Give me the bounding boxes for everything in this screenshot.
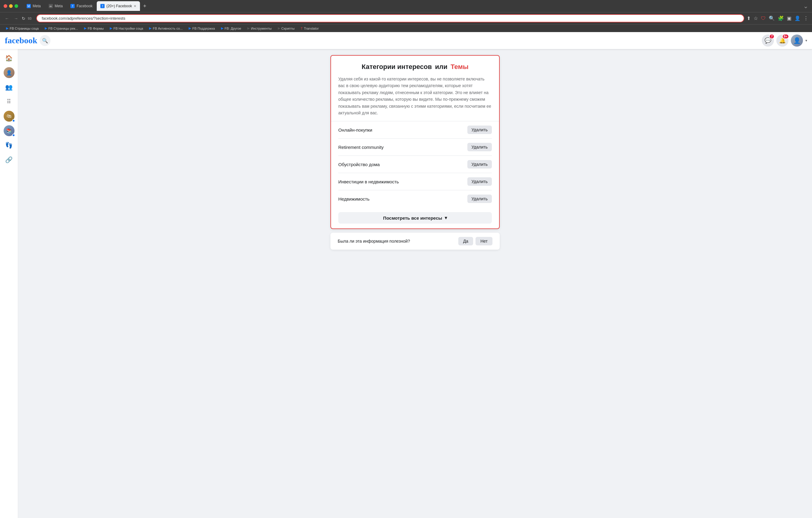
view-all-interests-button[interactable]: Посмотреть все интересы ▾ bbox=[338, 212, 492, 224]
feedback-no-button[interactable]: Нет bbox=[475, 237, 492, 245]
tab-favicon-2: ∞ bbox=[49, 4, 53, 8]
fb-body: 🏠 👤 👥 ⠿ 🛍 📚 👣 🔗 bbox=[0, 49, 812, 518]
address-bar[interactable] bbox=[36, 14, 744, 22]
nav-count: 93 bbox=[28, 17, 34, 20]
search-icon: 🔍 bbox=[42, 38, 48, 44]
bookmark-favicon-5: ▶ bbox=[149, 26, 151, 30]
bookmark-icon[interactable]: ☆ bbox=[754, 16, 758, 21]
messenger-button[interactable]: 💬 7 bbox=[762, 34, 774, 47]
card-description: Удаляя себя из какой-то категории интере… bbox=[331, 76, 499, 121]
tab-bar: M Meta ∞ Meta f Facebook f (20+) Faceboo… bbox=[23, 1, 799, 11]
sidebar-item-home[interactable]: 🏠 bbox=[2, 51, 16, 65]
fb-sidebar: 🏠 👤 👥 ⠿ 🛍 📚 👣 🔗 bbox=[0, 49, 18, 518]
tab-close-button[interactable]: ✕ bbox=[134, 4, 136, 8]
card-title-separator: или bbox=[435, 63, 447, 71]
bookmark-fb-pages-ads[interactable]: ▶ FB Страницы рек... bbox=[42, 26, 80, 31]
back-button[interactable]: ← bbox=[4, 16, 10, 22]
feedback-bar: Была ли эта информация полезной? Да Нет bbox=[330, 233, 500, 250]
forward-button[interactable]: → bbox=[13, 16, 19, 22]
maximize-window-button[interactable] bbox=[14, 4, 18, 8]
feedback-yes-button[interactable]: Да bbox=[458, 237, 473, 245]
bookmark-favicon-10: T bbox=[300, 27, 302, 30]
browser-tab-1[interactable]: M Meta bbox=[23, 1, 45, 11]
remove-button-1[interactable]: Удалить bbox=[467, 126, 492, 134]
notifications-button[interactable]: 🔔 9+ bbox=[776, 34, 788, 47]
card-title: Категории интересов bbox=[361, 63, 432, 71]
browser-actions: ⬆ ☆ 🛡 🔍 🧩 ▣ 👤 ⋮ bbox=[747, 16, 808, 21]
bookmark-label-3: FB Формы bbox=[88, 27, 104, 30]
bookmark-favicon-6: ▶ bbox=[188, 26, 191, 30]
more-menu-icon[interactable]: ⋮ bbox=[804, 16, 808, 21]
fb-search-button[interactable]: 🔍 bbox=[39, 35, 51, 46]
interest-item-4: Инвестиции в недвижимость Удалить bbox=[338, 173, 492, 190]
profile-icon[interactable]: 👤 bbox=[794, 16, 801, 21]
bookmark-fb-support[interactable]: ▶ FB Поддержка bbox=[186, 26, 218, 31]
facebook-logo: facebook bbox=[5, 36, 37, 45]
interest-item-1: Онлайн-покупки Удалить bbox=[338, 121, 492, 139]
interest-name-5: Недвижимость bbox=[338, 196, 370, 201]
close-window-button[interactable] bbox=[4, 4, 7, 8]
tab-favicon-1: M bbox=[27, 4, 31, 8]
bookmark-fb-activity[interactable]: ▶ FB Активность со... bbox=[147, 26, 185, 31]
bookmark-favicon-8: ▶ bbox=[247, 26, 250, 30]
bookmark-label-5: FB Активность со... bbox=[153, 27, 182, 30]
window-minimize-icon[interactable]: ⌄ bbox=[803, 2, 808, 10]
minimize-window-button[interactable] bbox=[9, 4, 13, 8]
bookmark-favicon-7: ▶ bbox=[221, 26, 224, 30]
sidebar-item-people[interactable]: 👣 bbox=[2, 139, 16, 152]
remove-button-5[interactable]: Удалить bbox=[467, 195, 492, 203]
interest-name-1: Онлайн-покупки bbox=[338, 127, 372, 133]
bookmark-favicon-4: ▶ bbox=[110, 26, 112, 30]
sidebar-item-marketplace[interactable]: 🛍 bbox=[2, 110, 16, 123]
window-split-icon[interactable]: ▣ bbox=[787, 16, 791, 21]
facebook-app: facebook 🔍 💬 7 🔔 9+ 👤 ▾ 🏠 bbox=[0, 32, 812, 518]
user-avatar-header[interactable]: 👤 bbox=[791, 34, 803, 47]
bookmark-fb-forms[interactable]: ▶ FB Формы bbox=[82, 26, 106, 31]
tab-label-2: Meta bbox=[55, 4, 63, 8]
bookmark-translator[interactable]: T Translator bbox=[298, 26, 321, 31]
browser-tab-4-active[interactable]: f (20+) Facebook ✕ bbox=[97, 1, 140, 11]
interests-card: Категории интересов или Темы Удаляя себя… bbox=[330, 55, 500, 229]
interest-name-4: Инвестиции в недвижимость bbox=[338, 179, 399, 184]
sidebar-item-links[interactable]: 🔗 bbox=[2, 153, 16, 166]
bookmark-fb-other[interactable]: ▶ FB: Другое bbox=[219, 26, 244, 31]
groups-notification-dot bbox=[12, 134, 15, 137]
interest-name-2: Retirement community bbox=[338, 145, 384, 150]
account-dropdown-icon[interactable]: ▾ bbox=[805, 38, 807, 43]
new-tab-button[interactable]: + bbox=[141, 3, 149, 9]
marketplace-notification-dot bbox=[12, 119, 15, 122]
bookmark-label-4: FB Настройки соца bbox=[113, 27, 143, 30]
bookmarks-bar: ▶ FB Страницы соца ▶ FB Страницы рек... … bbox=[0, 24, 812, 32]
fb-main-content: Категории интересов или Темы Удаляя себя… bbox=[18, 49, 812, 518]
tab-label-1: Meta bbox=[33, 4, 41, 8]
address-bar-wrapper bbox=[36, 14, 744, 22]
bookmark-label-2: FB Страницы рек... bbox=[48, 27, 78, 30]
home-icon: 🏠 bbox=[5, 54, 13, 62]
search-lens-icon[interactable]: 🔍 bbox=[769, 16, 775, 21]
browser-tab-2[interactable]: ∞ Meta bbox=[45, 1, 66, 11]
browser-tab-3[interactable]: f Facebook bbox=[67, 1, 96, 11]
bookmark-scripts[interactable]: ▶ Скрипты bbox=[276, 26, 297, 31]
sidebar-item-profile[interactable]: 👤 bbox=[2, 66, 16, 79]
sidebar-item-menu[interactable]: ⠿ bbox=[2, 95, 16, 108]
share-icon[interactable]: ⬆ bbox=[747, 16, 751, 21]
notifications-badge: 9+ bbox=[782, 34, 789, 39]
tab-favicon-4: f bbox=[100, 4, 105, 8]
tab-label-3: Facebook bbox=[77, 4, 92, 8]
content-wrapper: Категории интересов или Темы Удаляя себя… bbox=[330, 55, 500, 518]
remove-button-4[interactable]: Удалить bbox=[467, 177, 492, 186]
remove-button-2[interactable]: Удалить bbox=[467, 143, 492, 151]
grid-menu-icon: ⠿ bbox=[7, 98, 11, 105]
bookmark-label-6: FB Поддержка bbox=[192, 27, 215, 30]
remove-button-3[interactable]: Удалить bbox=[467, 160, 492, 168]
puzzle-icon[interactable]: 🧩 bbox=[778, 16, 784, 21]
bookmark-fb-pages-social[interactable]: ▶ FB Страницы соца bbox=[4, 26, 41, 31]
bookmark-label-1: FB Страницы соца bbox=[10, 27, 39, 30]
sidebar-item-friends[interactable]: 👥 bbox=[2, 80, 16, 94]
bookmark-fb-settings[interactable]: ▶ FB Настройки соца bbox=[107, 26, 145, 31]
reload-button[interactable]: ↻ bbox=[22, 16, 25, 21]
interest-list: Онлайн-покупки Удалить Retirement commun… bbox=[331, 121, 499, 207]
bookmark-tools[interactable]: ▶ Инструменты bbox=[245, 26, 274, 31]
sidebar-item-groups[interactable]: 📚 bbox=[2, 124, 16, 137]
extension-icon-1[interactable]: 🛡 bbox=[761, 16, 766, 21]
